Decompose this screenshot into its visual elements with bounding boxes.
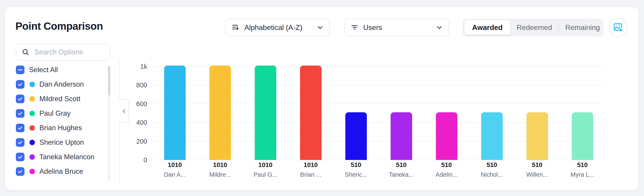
check-icon <box>17 81 23 87</box>
indeterminate-minus-icon <box>18 69 22 70</box>
user-list-item[interactable]: Taneka Melancon <box>16 150 107 164</box>
bar-value-label: 1010 <box>198 161 243 169</box>
bar-value-label: 1010 <box>243 161 288 169</box>
y-axis-tick-label: 400 <box>120 119 147 126</box>
search-icon <box>22 48 30 56</box>
bar-value-label: 1010 <box>288 161 333 169</box>
user-name-label: Mildred Scott <box>40 95 80 103</box>
y-axis-tick-label: 0 <box>120 156 147 163</box>
bar-Dan A...[interactable] <box>164 66 186 160</box>
select-all-row[interactable]: Select All <box>16 63 107 77</box>
bar-Taneka...[interactable] <box>390 112 412 160</box>
user-checkbox-checked[interactable] <box>16 124 24 132</box>
bar-Mildre...[interactable] <box>210 66 231 160</box>
bar-Willen...[interactable] <box>526 112 548 160</box>
point-comparison-page: { "page": { "title": "Point Comparison" … <box>0 0 644 196</box>
bar-value-label: 510 <box>333 161 378 169</box>
image-download-icon <box>613 22 623 33</box>
user-checkbox-checked[interactable] <box>16 153 24 161</box>
bar-Myra L...[interactable] <box>572 112 593 160</box>
user-color-dot <box>30 169 35 174</box>
bar-Nichol...[interactable] <box>481 112 503 160</box>
user-name-label: Paul Gray <box>40 109 71 117</box>
y-axis-tick-label: 800 <box>120 81 147 89</box>
bar-Paul G...[interactable] <box>255 66 276 160</box>
bar-category-label: Mildre... <box>198 171 243 178</box>
check-icon <box>17 125 23 131</box>
select-all-label: Select All <box>29 66 58 74</box>
bar-category-label: Taneka... <box>378 171 424 178</box>
sidebar-scrollbar[interactable] <box>108 66 110 181</box>
point-comparison-card: Point Comparison Select AllDan AndersonM… <box>5 7 638 190</box>
y-axis-tick-label: 200 <box>120 138 147 145</box>
user-name-label: Adelina Bruce <box>40 167 83 175</box>
user-list-item[interactable]: Mildred Scott <box>16 92 107 106</box>
search-options-box[interactable] <box>16 44 110 61</box>
bar-category-label: Sheric... <box>333 171 378 178</box>
user-checkbox-checked[interactable] <box>16 167 24 176</box>
bar-Adelin...[interactable] <box>436 112 458 160</box>
bar-value-label: 510 <box>378 161 424 169</box>
check-icon <box>17 96 23 102</box>
user-filter-list: Select AllDan AndersonMildred ScottPaul … <box>16 63 107 179</box>
bar-value-label: 510 <box>469 161 514 169</box>
bar-category-label: Dan A... <box>152 171 198 178</box>
user-list-item[interactable]: Adelina Bruce <box>16 164 107 179</box>
chevron-left-icon <box>121 108 128 115</box>
user-checkbox-checked[interactable] <box>16 109 24 118</box>
user-list-item[interactable]: Sherice Upton <box>16 135 107 150</box>
user-name-label: Sherice Upton <box>40 138 84 146</box>
bar-category-label: Willen... <box>514 171 560 178</box>
page-title: Point Comparison <box>16 20 103 32</box>
user-name-label: Dan Anderson <box>40 80 84 88</box>
user-color-dot <box>30 140 35 145</box>
bar-value-label: 510 <box>560 161 605 169</box>
user-color-dot <box>30 154 35 160</box>
user-color-dot <box>30 111 35 116</box>
user-name-label: Brian Hughes <box>40 124 82 132</box>
check-icon <box>17 110 23 116</box>
bar-chart: 1k80060040020001010Dan A...1010Mildre...… <box>152 7 605 190</box>
user-list-item[interactable]: Paul Gray <box>16 106 107 121</box>
check-icon <box>17 154 23 160</box>
user-color-dot <box>30 96 35 102</box>
check-icon <box>17 139 23 145</box>
y-axis-tick-label: 600 <box>120 100 147 108</box>
bar-value-label: 1010 <box>152 161 198 169</box>
bar-category-label: Adelin... <box>424 171 469 178</box>
export-chart-button[interactable] <box>609 18 627 37</box>
search-input[interactable] <box>34 48 110 57</box>
bar-value-label: 510 <box>424 161 469 169</box>
bar-category-label: Paul G... <box>243 171 288 178</box>
user-checkbox-checked[interactable] <box>16 95 24 103</box>
bar-category-label: Brian ... <box>288 171 333 178</box>
user-checkbox-checked[interactable] <box>16 80 24 89</box>
bar-Sheric...[interactable] <box>345 112 367 160</box>
select-all-checkbox-indeterminate[interactable] <box>16 66 24 74</box>
sidebar-scrollbar-thumb[interactable] <box>108 66 110 95</box>
bar-Brian ...[interactable] <box>300 66 322 160</box>
user-color-dot <box>30 82 35 87</box>
bar-value-label: 510 <box>514 161 560 169</box>
user-list-item[interactable]: Brian Hughes <box>16 121 107 135</box>
check-icon <box>17 168 23 174</box>
user-name-label: Taneka Melancon <box>40 153 94 161</box>
user-checkbox-checked[interactable] <box>16 138 24 147</box>
bar-category-label: Nichol... <box>469 171 514 178</box>
user-color-dot <box>30 125 35 131</box>
user-list-item[interactable]: Dan Anderson <box>16 77 107 92</box>
y-axis-tick-label: 1k <box>120 63 147 70</box>
bar-category-label: Myra L... <box>560 171 605 178</box>
